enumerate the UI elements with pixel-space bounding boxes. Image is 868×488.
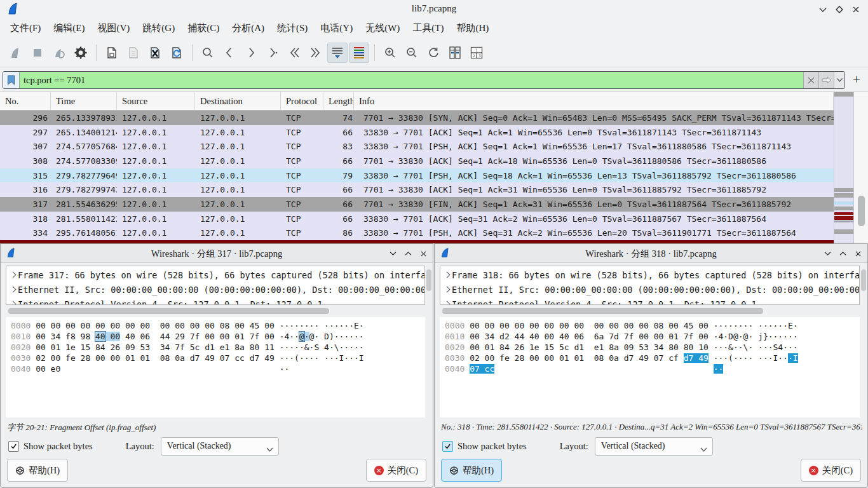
display-filter-input[interactable]: tcp.port == 7701 [20, 72, 803, 88]
tree-item-2[interactable]: Internet Protocol Version 4, Src: 127.0.… [9, 297, 424, 305]
minimize-button[interactable] [387, 248, 398, 259]
show-packet-bytes-checkbox[interactable] [442, 441, 453, 452]
packet-row-316[interactable]: 316279.782799743127.0.0.1127.0.0.1TCP667… [0, 182, 834, 197]
packet-bytes-pane[interactable]: 000000 00 00 00 00 00 00 00 00 00 00 00 … [6, 317, 425, 417]
first-packet-icon[interactable] [284, 43, 304, 63]
tree-item-2[interactable]: Internet Protocol Version 4, Src: 127.0.… [443, 297, 859, 305]
colorize-icon[interactable] [349, 43, 369, 63]
column-header-protocol[interactable]: Protocol [281, 92, 323, 110]
close-button[interactable]: × 关闭(C) [801, 459, 861, 482]
expander-icon[interactable] [9, 301, 18, 306]
packet-row-334[interactable]: 334295.761480561127.0.0.1127.0.0.1TCP863… [0, 226, 834, 241]
help-button[interactable]: 帮助(H) [441, 459, 502, 482]
hex-row-0040[interactable]: 004007 cc·· [445, 363, 860, 374]
maximize-button[interactable] [837, 248, 848, 259]
menu-item-10[interactable]: 帮助(H) [450, 20, 495, 37]
start-capture-icon[interactable] [6, 43, 26, 63]
dialog-title-bar[interactable]: Wireshark · 分组 317 · lib7.pcapng [1, 244, 433, 263]
go-forward-icon[interactable] [241, 43, 261, 63]
menu-item-0[interactable]: 文件(F) [4, 20, 47, 37]
packet-row-297[interactable]: 297265.134001214127.0.0.1127.0.0.1TCP663… [0, 125, 834, 140]
scrollbar-thumb[interactable] [8, 308, 329, 314]
close-window-button[interactable] [852, 248, 864, 259]
close-button[interactable]: × 关闭(C) [366, 459, 426, 482]
menu-item-9[interactable]: 工具(T) [406, 20, 450, 37]
expander-icon[interactable] [9, 272, 18, 278]
close-window-button[interactable] [417, 248, 429, 259]
show-packet-bytes-checkbox[interactable] [8, 441, 19, 452]
dialog-title-bar[interactable]: Wireshark · 分组 318 · lib7.pcapng [435, 244, 867, 263]
packet-row-317[interactable]: 317281.554636295127.0.0.1127.0.0.1TCP667… [0, 197, 834, 212]
menu-item-4[interactable]: 捕获(C) [181, 20, 226, 37]
column-header-time[interactable]: Time [51, 92, 117, 110]
tree-horizontal-scrollbar[interactable] [6, 308, 425, 315]
scrollbar-thumb[interactable] [442, 308, 763, 314]
tree-scrollbar-thumb[interactable] [861, 269, 866, 291]
open-file-icon[interactable] [102, 43, 122, 63]
packet-bytes-pane[interactable]: 000000 00 00 00 00 00 00 00 00 00 00 00 … [440, 317, 860, 417]
layout-select[interactable]: Vertical (Stacked) [595, 437, 713, 456]
zoom-reset-icon[interactable] [423, 43, 444, 63]
packet-row-296[interactable]: 296265.133978931127.0.0.1127.0.0.1TCP747… [0, 111, 834, 125]
hex-row-0010[interactable]: 001000 34 d2 44 40 00 40 06 6a 7d 7f 00 … [445, 331, 860, 342]
tree-horizontal-scrollbar[interactable] [440, 308, 860, 315]
menu-item-5[interactable]: 分析(A) [226, 20, 271, 37]
packet-row-315[interactable]: 315279.782779649127.0.0.1127.0.0.1TCP793… [0, 168, 834, 183]
go-to-packet-icon[interactable] [262, 43, 283, 63]
column-header-no[interactable]: No. [0, 92, 51, 110]
filter-bookmark-icon[interactable] [3, 72, 20, 88]
tree-item-0[interactable]: Frame 318: 66 bytes on wire (528 bits), … [443, 268, 859, 282]
column-header-destination[interactable]: Destination [195, 92, 281, 110]
close-window-button[interactable] [850, 4, 862, 15]
hex-row-0000[interactable]: 000000 00 00 00 00 00 00 00 00 00 00 00 … [445, 320, 860, 331]
scrollbar-thumb[interactable] [858, 196, 865, 226]
zoom-out-icon[interactable] [402, 43, 422, 63]
packet-row-307[interactable]: 307274.577057684127.0.0.1127.0.0.1TCP833… [0, 139, 834, 154]
resize-columns-icon[interactable] [445, 43, 465, 63]
help-button[interactable]: 帮助(H) [7, 459, 68, 482]
maximize-button[interactable] [402, 248, 414, 259]
expander-icon[interactable] [9, 287, 18, 293]
maximize-button[interactable] [834, 4, 845, 15]
hex-row-0030[interactable]: 003002 00 fe 28 00 00 01 01 08 0a d7 49 … [445, 353, 860, 363]
zoom-in-icon[interactable] [380, 43, 400, 63]
expander-icon[interactable] [443, 301, 452, 306]
layout-select[interactable]: Vertical (Stacked) [161, 437, 279, 456]
menu-item-2[interactable]: 视图(V) [92, 20, 137, 37]
packet-row-318[interactable]: 318281.558011422127.0.0.1127.0.0.1TCP663… [0, 212, 834, 226]
filter-clear-icon[interactable] [803, 72, 818, 88]
column-header-info[interactable]: Info [354, 92, 834, 110]
filter-apply-icon[interactable] [818, 72, 834, 88]
go-back-icon[interactable] [219, 43, 240, 63]
hex-row-0000[interactable]: 000000 00 00 00 00 00 00 00 00 00 00 00 … [11, 320, 425, 331]
capture-options-icon[interactable] [71, 43, 91, 63]
last-packet-icon[interactable] [306, 43, 326, 63]
expander-icon[interactable] [443, 287, 452, 293]
menu-item-7[interactable]: 电话(Y) [314, 20, 359, 37]
menu-item-8[interactable]: 无线(W) [359, 20, 406, 37]
packet-row-308[interactable]: 308274.577083309127.0.0.1127.0.0.1TCP667… [0, 154, 834, 168]
tree-item-0[interactable]: Frame 317: 66 bytes on wire (528 bits), … [9, 268, 424, 282]
hex-row-0010[interactable]: 001000 34 f8 98 40 00 40 06 44 29 7f 00 … [11, 331, 425, 342]
minimize-button[interactable] [822, 248, 833, 259]
menu-item-3[interactable]: 跳转(G) [136, 20, 181, 37]
packet-list-scrollbar[interactable] [854, 92, 868, 243]
hex-row-0040[interactable]: 004000 e0·· [11, 363, 425, 374]
auto-scroll-icon[interactable] [327, 43, 348, 63]
stop-capture-icon[interactable] [27, 43, 48, 63]
menu-item-1[interactable]: 编辑(E) [47, 20, 91, 37]
column-header-length[interactable]: Length [323, 92, 354, 110]
tree-item-1[interactable]: Ethernet II, Src: 00:00:00_00:00:00 (00:… [9, 282, 424, 297]
find-packet-icon[interactable] [198, 43, 218, 63]
hex-row-0020[interactable]: 002000 01 84 26 1e 15 5c d1 e1 8a 09 53 … [445, 342, 860, 353]
layout-icon[interactable]: 123 [466, 43, 487, 63]
save-file-icon[interactable] [123, 43, 144, 63]
packet-map[interactable] [834, 92, 854, 243]
column-header-source[interactable]: Source [117, 92, 195, 110]
filter-add-button[interactable]: + [849, 71, 864, 88]
menu-item-6[interactable]: 统计(S) [271, 20, 314, 37]
close-file-icon[interactable] [145, 43, 165, 63]
expander-icon[interactable] [443, 272, 452, 278]
filter-history-dropdown-icon[interactable] [834, 72, 844, 88]
hex-row-0020[interactable]: 002000 01 1e 15 84 26 09 53 34 7f 5c d1 … [11, 342, 425, 353]
